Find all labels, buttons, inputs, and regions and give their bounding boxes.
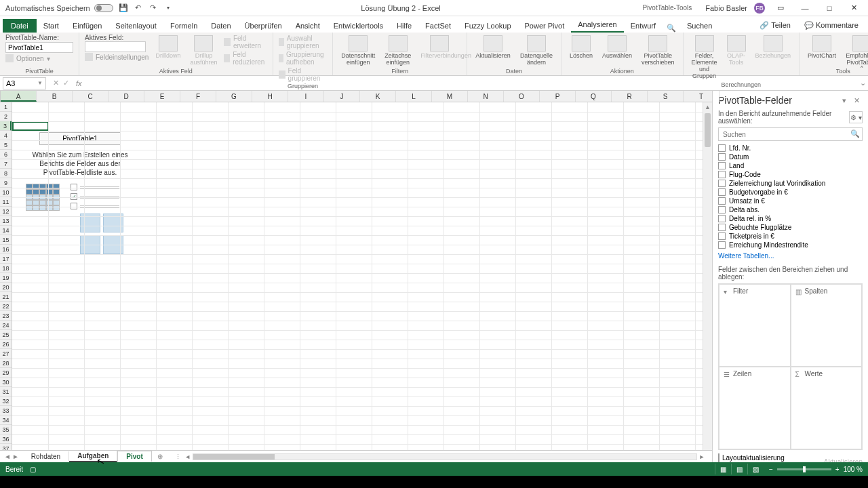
fx-icon[interactable]: fx [73, 79, 85, 87]
field-item[interactable]: Delta rel. in % [718, 214, 863, 223]
view-pagebreak-icon[interactable]: ▧ [747, 464, 764, 474]
row-header-20[interactable]: 20 [0, 283, 12, 292]
row-header-5[interactable]: 5 [0, 140, 12, 150]
row-header-34[interactable]: 34 [0, 415, 12, 425]
sheet-nav-next-icon[interactable]: ► [12, 453, 19, 460]
row-header-22[interactable]: 22 [0, 302, 12, 311]
field-item[interactable]: Lfd. Nr. [718, 144, 863, 152]
refresh-button[interactable]: Aktualisieren [473, 34, 513, 61]
tab-daten[interactable]: Daten [204, 19, 237, 33]
col-header-E[interactable]: E [144, 91, 180, 102]
row-header-33[interactable]: 33 [0, 406, 12, 415]
field-checkbox[interactable] [718, 180, 726, 187]
view-pagelayout-icon[interactable]: ▤ [731, 464, 747, 474]
field-search[interactable]: 🔍 [718, 127, 863, 141]
col-header-H[interactable]: H [252, 91, 288, 102]
zoom-out-icon[interactable]: − [769, 466, 773, 473]
row-header-24[interactable]: 24 [0, 321, 12, 330]
row-header-29[interactable]: 29 [0, 368, 12, 378]
pane-close-icon[interactable]: ✕ [851, 96, 863, 104]
row-header-18[interactable]: 18 [0, 264, 12, 273]
row-header-25[interactable]: 25 [0, 330, 12, 340]
col-header-R[interactable]: R [612, 91, 648, 102]
name-box-dropdown-icon[interactable]: ▼ [37, 80, 43, 86]
col-header-K[interactable]: K [360, 91, 396, 102]
field-checkbox[interactable] [718, 171, 726, 178]
col-header-M[interactable]: M [432, 91, 468, 102]
pt-options-button[interactable]: Optionen ▾ [5, 54, 50, 63]
drop-area-values[interactable]: ΣWerte [791, 367, 863, 449]
row-header-2[interactable]: 2 [0, 112, 12, 121]
zoom-value[interactable]: 100 % [844, 466, 863, 473]
field-checkbox[interactable] [718, 232, 726, 240]
pane-layout-icon[interactable]: ⚙ ▾ [849, 111, 863, 123]
col-header-F[interactable]: F [180, 91, 216, 102]
sheet-nav-prev-icon[interactable]: ◄ [4, 453, 11, 460]
row-header-9[interactable]: 9 [0, 178, 12, 188]
maximize-icon[interactable]: □ [821, 1, 838, 15]
formula-expand-icon[interactable]: ⌄ [857, 79, 868, 87]
more-tables-link[interactable]: Weitere Tabellen... [718, 249, 863, 260]
autosave-switch-icon[interactable] [94, 4, 113, 12]
file-tab[interactable]: Datei [3, 19, 37, 33]
cancel-formula-icon[interactable]: ✕ [53, 79, 59, 87]
row-header-10[interactable]: 10 [0, 188, 12, 197]
zoom-slider[interactable] [777, 468, 831, 470]
drop-area-rows[interactable]: ☰Zeilen [719, 367, 791, 449]
search-icon[interactable]: 🔍 [663, 24, 680, 33]
col-header-N[interactable]: N [468, 91, 504, 102]
tab-analysieren[interactable]: Analysieren [571, 18, 623, 33]
field-search-input[interactable] [718, 127, 863, 141]
pivotchart-button[interactable]: PivotChart [805, 34, 839, 61]
active-field-input[interactable] [85, 41, 146, 52]
drop-area-columns[interactable]: ▥Spalten [791, 284, 863, 367]
col-header-B[interactable]: B [37, 91, 73, 102]
macro-record-icon[interactable]: ▢ [30, 466, 36, 473]
field-checkbox[interactable] [718, 206, 726, 214]
comments-button[interactable]: 💬 Kommentare [797, 18, 865, 33]
share-button[interactable]: 🔗 Teilen [753, 18, 797, 33]
recommended-pivot-button[interactable]: Empfohlene PivotTables [843, 34, 868, 68]
zoom-control[interactable]: − + 100 % [769, 466, 863, 473]
scroll-up-icon[interactable]: ▲ [703, 102, 712, 112]
field-checkbox[interactable] [718, 162, 726, 169]
tab-factset[interactable]: FactSet [418, 19, 458, 33]
clear-button[interactable]: Löschen [567, 34, 595, 61]
tell-me-search[interactable]: Suchen [680, 19, 719, 33]
col-header-Q[interactable]: Q [576, 91, 612, 102]
field-checkbox[interactable] [718, 224, 726, 231]
field-checkbox[interactable] [718, 153, 726, 161]
row-header-35[interactable]: 35 [0, 425, 12, 434]
view-normal-icon[interactable]: ▦ [715, 464, 731, 474]
tab-start[interactable]: Start [37, 19, 66, 33]
tab-powerpivot[interactable]: Power Pivot [518, 19, 572, 33]
undo-icon[interactable]: ↶ [134, 3, 143, 13]
drop-area-filter[interactable]: ▾Filter [719, 284, 791, 367]
save-icon[interactable]: 💾 [119, 3, 128, 13]
col-header-C[interactable]: C [73, 91, 108, 102]
tab-einfuegen[interactable]: Einfügen [66, 19, 108, 33]
row-header-21[interactable]: 21 [0, 292, 12, 302]
row-header-30[interactable]: 30 [0, 378, 12, 387]
change-source-button[interactable]: Datenquelle ändern [517, 34, 555, 68]
row-header-15[interactable]: 15 [0, 235, 12, 245]
hscroll-handle-icon[interactable]: ⋮ [174, 453, 183, 460]
row-header-32[interactable]: 32 [0, 396, 12, 406]
horizontal-scrollbar[interactable]: ⋮ ◄ ► [174, 453, 707, 460]
fields-items-button[interactable]: Felder, Elemente und Gruppen [689, 34, 720, 81]
row-header-17[interactable]: 17 [0, 254, 12, 264]
tab-entwicklertools[interactable]: Entwicklertools [327, 19, 390, 33]
field-item[interactable]: Ticketpreis in € [718, 232, 863, 241]
row-header-8[interactable]: 8 [0, 169, 12, 178]
field-item[interactable]: Flug-Code [718, 170, 863, 179]
sheet-tab-aufgaben[interactable]: Aufgaben [69, 451, 117, 462]
autosave-toggle[interactable]: Automatisches Speichern [5, 4, 113, 12]
row-header-28[interactable]: 28 [0, 359, 12, 368]
field-item[interactable]: Budgetvorgabe in € [718, 188, 863, 197]
row-header-19[interactable]: 19 [0, 273, 12, 283]
field-item[interactable]: Datum [718, 152, 863, 161]
col-header-A[interactable]: A [1, 91, 37, 102]
row-header-16[interactable]: 16 [0, 245, 12, 254]
row-header-7[interactable]: 7 [0, 159, 12, 169]
field-item[interactable]: Erreichung Mindestrendite [718, 241, 863, 249]
